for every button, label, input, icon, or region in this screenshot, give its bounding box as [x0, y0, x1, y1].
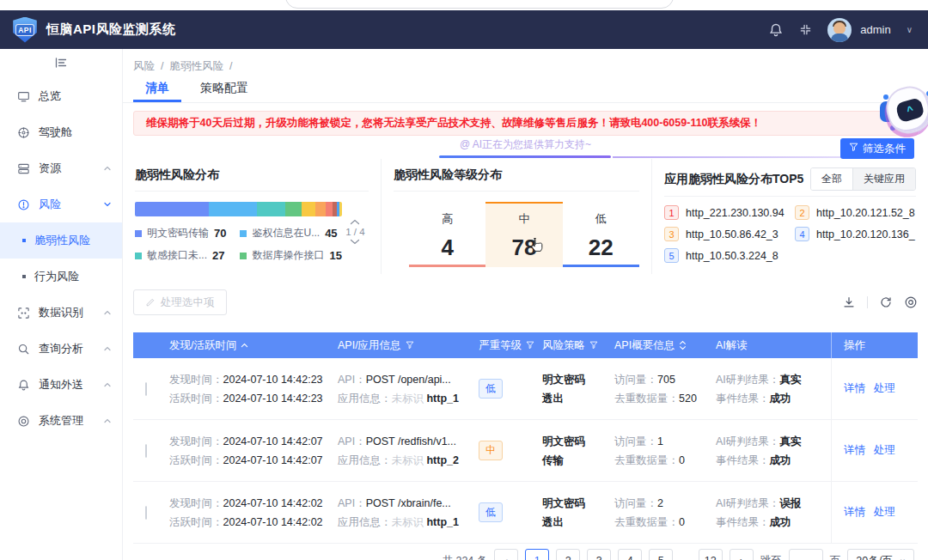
- legend-item: 明文密码传输 70: [135, 226, 226, 240]
- ai-gradient-line: [439, 155, 611, 158]
- sort-asc-icon[interactable]: [241, 343, 248, 348]
- chevron-up-icon: [103, 308, 112, 317]
- top5-item: 4 http_10.20.120.136_: [795, 227, 916, 241]
- rank-badge: 1: [664, 205, 679, 220]
- maintenance-warning-banner: 维保期将于40天后过期，升级功能将被锁定，您将无法享受产品技术支持、故障维修等售…: [133, 111, 918, 136]
- sidebar-item-cockpit[interactable]: 驾驶舱: [0, 114, 122, 150]
- page-button[interactable]: 5: [649, 549, 673, 560]
- risk-warning-icon: [17, 198, 30, 211]
- ai-hint: @ AI正在为您提供算力支持~: [123, 136, 928, 159]
- page-label: 页: [830, 554, 841, 560]
- filter-button[interactable]: 筛选条件: [840, 138, 914, 159]
- chevron-down-icon: [103, 200, 112, 209]
- divider: [867, 296, 868, 308]
- detail-link[interactable]: 详情: [844, 443, 865, 458]
- handle-link[interactable]: 处理: [874, 443, 895, 458]
- user-menu-caret-icon[interactable]: ∨: [907, 25, 913, 34]
- sidebar-item-notification[interactable]: 通知外送: [0, 367, 122, 403]
- page-button[interactable]: 3: [587, 549, 611, 560]
- row-checkbox[interactable]: [145, 444, 147, 458]
- bar-segment: [135, 202, 209, 216]
- filter-funnel-icon[interactable]: [406, 341, 414, 350]
- legend-item: 鉴权信息在U... 45: [240, 226, 341, 240]
- breadcrumb-item[interactable]: 风险: [133, 59, 155, 74]
- user-avatar[interactable]: [827, 18, 852, 42]
- app-logo: API: [12, 17, 38, 43]
- tab-list[interactable]: 清单: [133, 75, 181, 102]
- jump-label: 跳至: [760, 554, 782, 560]
- sidebar-item-data-identify[interactable]: 数据识别: [0, 295, 122, 331]
- severity-badge: 低: [479, 379, 503, 399]
- filter-funnel-icon[interactable]: [589, 341, 598, 350]
- ellipsis[interactable]: •••: [680, 557, 692, 560]
- distribution-legend: 明文密码传输 70 鉴权信息在U... 45 敏感接口未...: [135, 226, 342, 263]
- fullscreen-icon[interactable]: [799, 23, 812, 36]
- handle-link[interactable]: 处理: [874, 381, 895, 396]
- level-card-medium[interactable]: 中 78: [485, 202, 562, 267]
- app-title: 恒脑API风险监测系统: [46, 21, 176, 38]
- table-toolbar: 处理选中项: [123, 274, 928, 332]
- top5-item: 5 http_10.50.3.224_8: [664, 248, 795, 263]
- refresh-icon[interactable]: [879, 295, 893, 309]
- handle-link[interactable]: 处理: [874, 505, 895, 520]
- sort-both-icon[interactable]: [679, 340, 687, 350]
- panel-title: 应用脆弱性风险分布TOP5: [664, 172, 803, 187]
- page-button[interactable]: 2: [556, 549, 580, 560]
- column-settings-icon[interactable]: [904, 295, 918, 309]
- level-card-low[interactable]: 低 22: [563, 202, 639, 267]
- risk-table: 发现/活跃时间 API/应用信息 严重等级 风险策略 API概要信息 AI解读 …: [133, 332, 918, 560]
- process-selected-button[interactable]: 处理选中项: [133, 289, 227, 315]
- row-checkbox[interactable]: [145, 382, 147, 396]
- notification-bell-icon[interactable]: [768, 22, 784, 38]
- sidebar-item-resources[interactable]: 资源: [0, 150, 122, 186]
- chevron-up-icon: [103, 380, 112, 389]
- level-card-high[interactable]: 高 4: [409, 202, 485, 267]
- browser-address-bar[interactable]: [285, 0, 674, 9]
- table-row: 发现时间：2024-07-10 14:42:23 活跃时间：2024-07-10…: [133, 358, 918, 420]
- page-button[interactable]: 4: [618, 549, 642, 560]
- rank-badge: 5: [664, 248, 679, 263]
- legend-swatch: [240, 230, 247, 237]
- bar-segment: [315, 202, 326, 216]
- sidebar-item-risk[interactable]: 风险: [0, 186, 122, 222]
- prev-page-button[interactable]: ‹: [494, 549, 518, 560]
- chevron-up-icon: [103, 164, 112, 173]
- pencil-icon: [145, 297, 156, 307]
- sidebar-collapse-icon[interactable]: [54, 56, 68, 72]
- sidebar-item-overview[interactable]: 总览: [0, 78, 122, 114]
- chevron-up-icon: [103, 417, 112, 425]
- next-page-button[interactable]: ›: [730, 549, 754, 560]
- jump-page-input[interactable]: [789, 549, 823, 560]
- app-header: API 恒脑API风险监测系统 admin ∨: [0, 10, 928, 49]
- user-name[interactable]: admin: [860, 23, 890, 36]
- legend-swatch: [135, 230, 142, 237]
- page-button[interactable]: 1: [525, 549, 549, 560]
- detail-link[interactable]: 详情: [844, 505, 865, 520]
- toggle-key-apps[interactable]: 关键应用: [852, 168, 915, 190]
- breadcrumb-item[interactable]: 脆弱性风险: [169, 59, 223, 74]
- search-icon: [17, 343, 30, 356]
- download-icon[interactable]: [842, 295, 856, 309]
- panel-title: 脆弱性风险分布: [135, 167, 369, 192]
- page-size-select[interactable]: 20条/页 ∨: [847, 549, 914, 560]
- legend-pager: 1 / 4: [342, 200, 369, 263]
- ai-assistant-mascot[interactable]: ^: [878, 84, 928, 141]
- filter-funnel-icon[interactable]: [526, 341, 534, 350]
- sidebar-item-system-management[interactable]: 系统管理: [0, 403, 122, 439]
- table-header: 发现/活跃时间 API/应用信息 严重等级 风险策略 API概要信息 AI解读 …: [133, 332, 918, 358]
- detail-link[interactable]: 详情: [844, 381, 865, 396]
- toggle-all[interactable]: 全部: [811, 168, 852, 190]
- sidebar-item-vulnerability-risk[interactable]: 脆弱性风险: [0, 222, 122, 259]
- sidebar-item-query-analysis[interactable]: 查询分析: [0, 331, 122, 367]
- bar-segment: [326, 202, 332, 216]
- total-count: 共 224 条: [442, 554, 487, 560]
- legend-item: 敏感接口未... 27: [135, 248, 226, 263]
- main-content: 风险 / 脆弱性风险 / 清单 策略配置 筛选条件 维保期将于40天后过期，升级…: [123, 49, 928, 560]
- sidebar-item-behavior-risk[interactable]: 行为风险: [0, 259, 122, 295]
- row-checkbox[interactable]: [145, 506, 147, 520]
- top5-item: 1 http_221.230.130.94: [664, 205, 795, 220]
- table-row: 发现时间：2024-07-10 14:42:02 活跃时间：2024-07-10…: [133, 482, 918, 544]
- page-button[interactable]: 12: [699, 549, 723, 560]
- tab-strategy-config[interactable]: 策略配置: [188, 75, 260, 102]
- pager-up-icon: [350, 219, 360, 225]
